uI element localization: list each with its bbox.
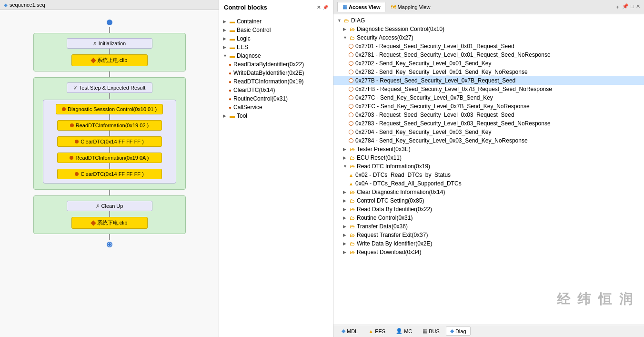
diamond-icon [91,220,96,225]
access-item-0x2781[interactable]: 0x2781 - Request_Seed_Security_Level_0x0… [333,51,644,59]
circle-icon [349,112,353,117]
diamond-icon [91,58,96,63]
access-item-0x2784[interactable]: 0x2784 - Send_Key_Security_Level_0x03_Se… [333,136,644,145]
item-label: 0x2784 - Send_Key_Security_Level_0x03_Se… [355,137,528,144]
access-item-0x2702[interactable]: 0x2702 - Send_Key_Security_Level_0x01_Se… [333,59,644,68]
system-on-block[interactable]: 系统上电.clib [71,54,148,66]
access-item-0x2703[interactable]: 0x2703 - Request_Seed_Security_Level_0x0… [333,111,644,119]
access-item-request-transfer-exit[interactable]: ▶ 🗁 Request Transfer Exit(0x37) [333,231,644,239]
access-item-write-data-id[interactable]: ▶ 🗁 Write Data By Identifier(0x2E) [333,239,644,248]
maximize-icon[interactable]: □ [631,3,634,10]
tree-item-call-service[interactable]: ● CallService [219,103,333,112]
access-item-routine-control[interactable]: ▶ 🗁 Routine Control(0x31) [333,214,644,222]
test-step-header[interactable]: ✗ Test Step & Expected Result [67,82,152,93]
item-icon: ● [229,88,231,93]
tree-item-container[interactable]: ▶ ▬ Container [219,17,333,26]
access-item-security-access[interactable]: ▼ 🗁 Security Access(0x27) [333,33,644,42]
tree-item-write-data-by-id[interactable]: ● WriteDataByIdentifier(0x2E) [219,69,333,77]
access-item-0x27FC[interactable]: 0x27FC - Send_Key_Security_Level_0x7B_Se… [333,102,644,111]
system-on-label: 系统上电.clib [97,57,128,64]
item-label: Diagnostic Sesssion Control(0x10) [357,26,444,32]
close-icon[interactable]: ✕ [636,3,640,10]
diag-session-block[interactable]: Diagnostic Sesssion Control(0x10 01 ) [56,104,163,114]
initialization-header[interactable]: ✗ Initialization [67,38,152,49]
system-off-block[interactable]: 系统下电.clib [71,217,148,229]
circle-icon [70,156,73,160]
arrow-icon: ▼ [223,53,228,58]
tab-label: BUS [429,328,440,334]
tab-label: Diag [455,328,466,334]
tree-item-diagnose[interactable]: ▼ ▬ Diagnose [219,51,333,60]
bottom-tab-diag[interactable]: ◆ Diag [446,327,471,336]
read-dtc2-block[interactable]: ReadDTCInformation(0x19 0A ) [57,153,162,163]
tab-mapping-view[interactable]: 🗺 Mapping View [385,2,435,12]
clear-dtc2-block[interactable]: ClearDTC(0x14 FF FF FF ) [57,169,162,179]
control-header-icons: ✕ 📌 [317,5,328,10]
close-icon[interactable]: ✕ [317,5,321,10]
test-step-group: ✗ Test Step & Expected Result Diagnostic… [33,77,186,190]
access-item-tester-present[interactable]: ▶ 🗁 Tester Present(0x3E) [333,145,644,153]
cleanup-header[interactable]: ✗ Clean Up [67,201,152,211]
folder-icon: 🗁 [350,163,355,169]
access-item-read-dtc[interactable]: ▼ 🗁 Read DTC Information(0x19) [333,162,644,171]
access-item-transfer-data[interactable]: ▶ 🗁 Transfer Data(0x36) [333,222,644,231]
access-item-0x2701[interactable]: 0x2701 - Request_Seed_Security_Level_0x0… [333,42,644,51]
access-item-diag-session[interactable]: ▶ 🗁 Diagnostic Sesssion Control(0x10) [333,25,644,33]
bottom-tab-ees[interactable]: ▲ EES [364,327,390,336]
sequence-tab[interactable]: ◆ sequence1.seq [0,0,219,10]
access-item-0x02[interactable]: ▲ 0x02 - DTCs_Read_DTCs_by_Status [333,171,644,179]
access-item-request-download[interactable]: ▶ 🗁 Request Download(0x34) [333,248,644,256]
tree-item-logic[interactable]: ▶ ▬ Logic [219,34,333,43]
bottom-tab-mc[interactable]: 👤 MC [392,327,416,336]
access-item-0x277C[interactable]: 0x277C - Send_Key_Security_Level_0x7B_Se… [333,93,644,102]
read-dtc1-block[interactable]: ReadDTCInformation(0x19 02 ) [57,120,162,131]
tree-item-clear-dtc[interactable]: ● ClearDTC(0x14) [219,86,333,94]
arrow-icon: ▶ [223,28,228,32]
access-item-0x0A[interactable]: ▲ 0x0A - DTCs_Read_All_Supported_DTCs [333,179,644,188]
pin-icon[interactable]: 📌 [622,3,629,10]
bottom-tab-bus[interactable]: ▦ BUS [418,327,444,336]
circle-icon [349,44,353,49]
access-item-diag[interactable]: ▼ 🗁 DIAG [333,16,644,25]
tab-access-view[interactable]: ▦ Access View [337,2,385,12]
connector [109,27,110,33]
folder-icon: ▬ [230,113,235,119]
tree-item-label: ReadDataByIdentifier(0x22) [233,61,304,68]
tree-item-read-dtc[interactable]: ● ReadDTCInformation(0x19) [219,77,333,86]
sequence-tab-icon: ◆ [4,2,8,8]
access-item-0x277B[interactable]: 0x277B - Request_Seed_Security_Level_0x7… [333,76,644,85]
arrow-icon: ▶ [223,113,228,118]
control-header: Control blocks ✕ 📌 [219,0,333,15]
folder-icon: 🗁 [350,241,355,246]
access-item-0x2782[interactable]: 0x2782 - Send_Key_Security_Level_0x01_Se… [333,68,644,76]
access-item-0x2704[interactable]: 0x2704 - Send_Key_Security_Level_0x03_Se… [333,128,644,136]
arrow-icon: ▼ [343,164,348,169]
access-item-clear-diag[interactable]: ▶ 🗁 Clear Diagnostic Information(0x14) [333,188,644,196]
start-node [107,20,112,25]
tree-item-tool[interactable]: ▶ ▬ Tool [219,112,333,120]
bottom-tab-mdl[interactable]: ◆ MDL [337,327,362,336]
clear-dtc1-block[interactable]: ClearDTC(0x14 FF FF FF ) [57,136,162,147]
add-icon[interactable]: ＋ [615,3,620,10]
arrow-icon: ▶ [343,241,348,246]
diag-session-label: Diagnostic Sesssion Control(0x10 01 ) [68,106,157,112]
item-label: 0x2781 - Request_Seed_Security_Level_0x0… [355,51,551,58]
access-item-control-dtc[interactable]: ▶ 🗁 Control DTC Setting(0x85) [333,196,644,205]
connector [109,93,110,99]
tree-item-routine-control[interactable]: ● RoutineControl(0x31) [219,94,333,103]
sequence-canvas: ✗ Initialization 系统上电.clib ✗ Test Step &… [0,10,219,337]
arrow-icon: ▼ [337,18,342,23]
access-item-0x27FB[interactable]: 0x27FB - Request_Seed_Security_Level_0x7… [333,85,644,93]
access-item-ecu-reset[interactable]: ▶ 🗁 ECU Reset(0x11) [333,153,644,162]
tree-item-read-data-by-id[interactable]: ● ReadDataByIdentifier(0x22) [219,60,333,69]
arrow-icon: ▶ [343,198,348,203]
tree-item-basic-control[interactable]: ▶ ▬ Basic Control [219,26,333,34]
circle-icon [349,130,353,134]
tree-item-ees[interactable]: ▶ ▬ EES [219,43,333,51]
access-tabs: ▦ Access View 🗺 Mapping View [337,2,435,12]
access-item-read-data-id[interactable]: ▶ 🗁 Read Data By Identifier(0x22) [333,205,644,214]
access-item-0x2783[interactable]: 0x2783 - Request_Seed_Security_Level_0x0… [333,119,644,128]
connector [109,234,110,240]
cleanup-label: Clean Up [101,203,123,209]
pin-icon[interactable]: 📌 [322,5,328,10]
